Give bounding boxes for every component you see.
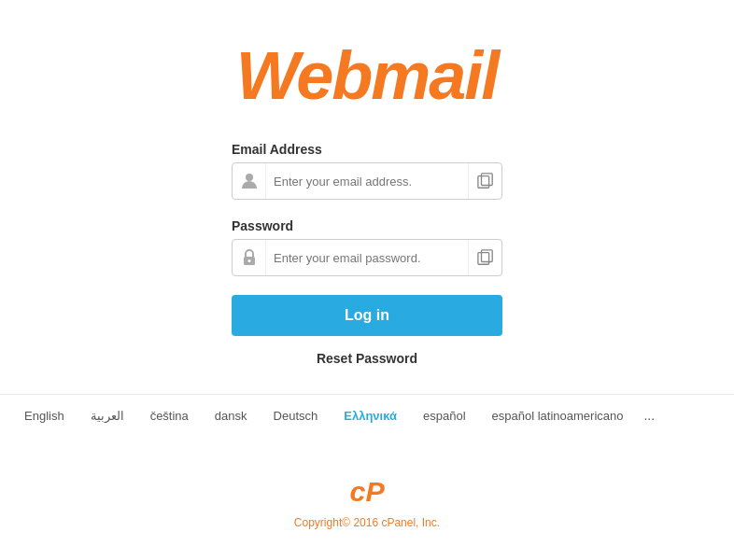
svg-point-0 <box>246 174 253 181</box>
svg-rect-1 <box>477 176 488 189</box>
password-input[interactable] <box>266 251 468 265</box>
lock-icon <box>233 240 266 275</box>
login-form: Email Address Password <box>232 142 502 366</box>
svg-rect-6 <box>481 250 492 262</box>
copyright-text: Copyright© 2016 cPanel, Inc. <box>294 516 440 529</box>
email-input[interactable] <box>266 175 468 189</box>
svg-text:cP: cP <box>350 475 386 507</box>
login-button[interactable]: Log in <box>232 295 502 336</box>
password-input-wrapper <box>232 239 502 276</box>
lang-danish[interactable]: dansk <box>202 409 261 423</box>
email-input-wrapper <box>232 162 502 200</box>
lang-english[interactable]: English <box>19 409 78 423</box>
email-copy-icon[interactable] <box>468 163 501 199</box>
webmail-logo: Webmail <box>236 38 499 113</box>
password-copy-icon[interactable] <box>468 240 501 275</box>
more-languages-button[interactable]: ... <box>636 408 662 423</box>
language-bar: English العربية čeština dansk Deutsch Ελ… <box>0 394 734 436</box>
lang-spanish[interactable]: español <box>410 409 479 423</box>
lang-czech[interactable]: čeština <box>137 409 202 423</box>
email-label: Email Address <box>232 142 322 157</box>
lang-arabic[interactable]: العربية <box>78 409 137 423</box>
reset-password-link[interactable]: Reset Password <box>317 351 417 366</box>
password-label: Password <box>232 218 293 233</box>
lang-greek[interactable]: Ελληνικά <box>331 409 410 423</box>
svg-rect-5 <box>477 253 488 265</box>
svg-rect-2 <box>481 174 492 186</box>
logo-container: Webmail <box>236 37 499 114</box>
svg-point-4 <box>247 259 250 262</box>
footer: cP Copyright© 2016 cPanel, Inc. <box>294 473 440 529</box>
person-icon <box>233 163 266 199</box>
cpanel-logo-icon: cP <box>348 473 386 511</box>
lang-spanish-latam[interactable]: español latinoamericano <box>479 409 637 423</box>
lang-german[interactable]: Deutsch <box>261 409 332 423</box>
